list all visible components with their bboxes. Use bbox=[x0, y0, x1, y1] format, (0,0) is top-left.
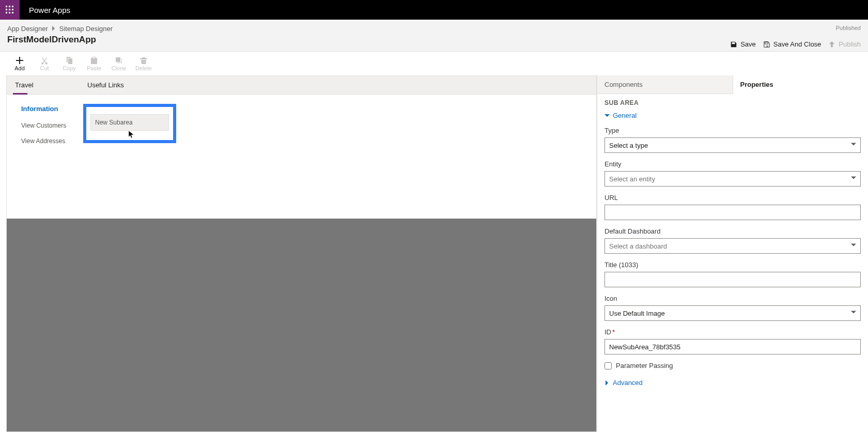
icon-label: Icon bbox=[605, 295, 861, 302]
tab-components[interactable]: Components bbox=[597, 75, 733, 94]
subarea-view-customers[interactable]: View Customers bbox=[21, 122, 83, 129]
type-select[interactable]: Select a type bbox=[605, 137, 861, 153]
subarea-view-addresses[interactable]: View Addresses bbox=[21, 137, 83, 145]
subarea-new-subarea[interactable]: New Subarea bbox=[90, 114, 169, 131]
advanced-label: Advanced bbox=[613, 379, 643, 387]
group-other[interactable]: Other New Subarea bbox=[83, 105, 181, 203]
topbar: Power Apps bbox=[0, 0, 868, 20]
field-id: ID* bbox=[605, 328, 861, 354]
clone-button: Clone bbox=[106, 56, 131, 71]
delete-label: Delete bbox=[135, 66, 152, 71]
save-and-close-button[interactable]: Save And Close bbox=[763, 40, 822, 48]
waffle-button[interactable] bbox=[0, 0, 20, 20]
dashboard-select[interactable] bbox=[605, 238, 861, 254]
copy-icon bbox=[65, 56, 73, 65]
tab-useful-links[interactable]: Useful Links bbox=[79, 76, 151, 94]
save-label: Save bbox=[740, 40, 756, 48]
field-entity: Entity bbox=[605, 160, 861, 187]
area-tab-strip: Travel Useful Links bbox=[7, 76, 596, 95]
cut-button: Cut bbox=[32, 56, 57, 71]
tab-travel-label: Travel bbox=[15, 81, 34, 89]
tab-useful-links-label: Useful Links bbox=[87, 81, 124, 89]
copy-button: Copy bbox=[57, 56, 82, 71]
app-title: Power Apps bbox=[20, 6, 70, 14]
general-collapser[interactable]: General bbox=[605, 112, 861, 119]
icon-select[interactable] bbox=[605, 305, 861, 321]
svg-rect-5 bbox=[12, 9, 13, 10]
svg-rect-2 bbox=[12, 6, 13, 7]
field-dashboard: Default Dashboard bbox=[605, 227, 861, 254]
panel-tabs: Components Properties bbox=[597, 75, 868, 94]
svg-rect-1 bbox=[9, 6, 10, 7]
id-input[interactable] bbox=[605, 339, 861, 354]
cursor-icon bbox=[129, 131, 135, 138]
field-url: URL bbox=[605, 194, 861, 220]
breadcrumb-item-app-designer[interactable]: App Designer bbox=[7, 25, 48, 33]
cut-label: Cut bbox=[40, 66, 49, 71]
canvas-empty-area bbox=[6, 219, 597, 432]
tab-travel[interactable]: Travel bbox=[7, 76, 79, 94]
plus-icon bbox=[16, 56, 24, 65]
svg-rect-3 bbox=[6, 9, 7, 10]
svg-rect-0 bbox=[6, 6, 7, 7]
selected-subarea-box[interactable]: New Subarea bbox=[83, 104, 176, 143]
url-label: URL bbox=[605, 194, 861, 202]
breadcrumb: App Designer Sitemap Designer bbox=[7, 25, 113, 33]
breadcrumb-item-sitemap-designer: Sitemap Designer bbox=[59, 25, 113, 33]
paste-button: Paste bbox=[82, 56, 106, 71]
tab-properties[interactable]: Properties bbox=[733, 75, 869, 94]
publish-label: Publish bbox=[839, 40, 861, 48]
cut-icon bbox=[40, 56, 49, 65]
properties-panel: Components Properties SUB AREA General T… bbox=[597, 75, 868, 432]
svg-rect-8 bbox=[12, 12, 13, 13]
title-input[interactable] bbox=[605, 272, 861, 287]
header: App Designer Sitemap Designer FirstModel… bbox=[0, 20, 868, 52]
main: Travel Useful Links Information View Cus… bbox=[0, 75, 868, 432]
paste-label: Paste bbox=[87, 66, 101, 71]
field-icon: Icon bbox=[605, 295, 861, 321]
chevron-right-icon bbox=[51, 25, 56, 33]
advanced-collapser[interactable]: Advanced bbox=[605, 379, 861, 387]
clone-icon bbox=[115, 56, 123, 65]
canvas: Travel Useful Links Information View Cus… bbox=[0, 75, 597, 432]
field-type: Type Select a type bbox=[605, 127, 861, 153]
status-published: Published bbox=[836, 25, 861, 31]
add-button[interactable]: Add bbox=[7, 56, 32, 71]
type-label: Type bbox=[605, 127, 861, 134]
entity-select[interactable] bbox=[605, 171, 861, 187]
delete-button: Delete bbox=[131, 56, 156, 71]
app-name: FirstModelDrivenApp bbox=[7, 35, 113, 45]
entity-label: Entity bbox=[605, 160, 861, 168]
toolbar: Add Cut Copy Paste Clone Delete bbox=[0, 52, 868, 75]
add-label: Add bbox=[14, 66, 25, 71]
title-label: Title (1033) bbox=[605, 261, 861, 269]
save-close-icon bbox=[763, 41, 770, 48]
url-input[interactable] bbox=[605, 205, 861, 220]
canvas-body[interactable]: Information View Customers View Addresse… bbox=[7, 95, 596, 219]
parameter-passing-checkbox[interactable] bbox=[605, 362, 612, 369]
chevron-down-icon bbox=[605, 113, 610, 118]
svg-rect-4 bbox=[9, 9, 10, 10]
delete-icon bbox=[140, 56, 148, 65]
save-button[interactable]: Save bbox=[730, 40, 756, 48]
group-information-title[interactable]: Information bbox=[21, 105, 83, 113]
svg-rect-6 bbox=[6, 12, 7, 13]
clone-label: Clone bbox=[112, 66, 127, 71]
dashboard-label: Default Dashboard bbox=[605, 227, 861, 235]
general-label: General bbox=[613, 112, 637, 119]
section-title: SUB AREA bbox=[605, 99, 861, 106]
publish-button: Publish bbox=[828, 40, 861, 48]
id-label: ID* bbox=[605, 328, 861, 336]
save-close-label: Save And Close bbox=[773, 40, 822, 48]
chevron-right-icon bbox=[605, 380, 610, 385]
copy-label: Copy bbox=[63, 66, 76, 71]
parameter-passing-label: Parameter Passing bbox=[616, 362, 673, 369]
group-information[interactable]: Information View Customers View Addresse… bbox=[7, 105, 83, 203]
field-title: Title (1033) bbox=[605, 261, 861, 287]
paste-icon bbox=[90, 56, 98, 65]
field-parameter-passing: Parameter Passing bbox=[605, 362, 861, 369]
waffle-icon bbox=[6, 6, 14, 14]
publish-icon bbox=[828, 41, 835, 48]
save-icon bbox=[730, 41, 737, 48]
svg-rect-7 bbox=[9, 12, 10, 13]
